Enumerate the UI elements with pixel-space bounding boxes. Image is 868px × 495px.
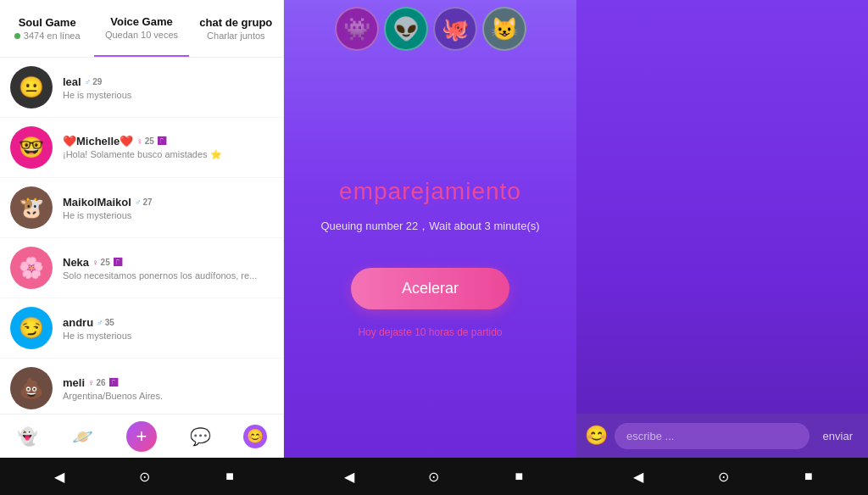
- user-info: MaikolMaikol ♂27 He is mysterious: [63, 196, 273, 220]
- user-name-row: MaikolMaikol ♂27: [63, 196, 273, 209]
- avatar: 🤓: [10, 126, 53, 169]
- user-name-row: leal ♂29: [63, 75, 273, 88]
- user-status: ¡Hola! Solamente busco amistades ⭐: [63, 149, 273, 160]
- user-info: leal ♂29 He is mysterious: [63, 75, 273, 100]
- user-status: Solo necesitamos ponernos los audífonos,…: [63, 270, 273, 281]
- send-button[interactable]: enviar: [816, 426, 860, 446]
- home-button-left[interactable]: ⊙: [136, 467, 154, 486]
- chat-input-bar: 😊 enviar: [576, 414, 868, 458]
- acelerar-button[interactable]: Acelerar: [351, 268, 509, 309]
- tab-voice-title: Voice Game: [110, 15, 172, 28]
- premium-badge: 🅿: [109, 378, 118, 387]
- avatar: 💩: [10, 367, 53, 409]
- chat-input[interactable]: [615, 423, 810, 449]
- user-gender-badge: ♀25: [92, 258, 110, 267]
- avatar: 🌸: [10, 247, 53, 289]
- nav-avatar-icon[interactable]: 😊: [243, 425, 267, 448]
- online-dot: [14, 33, 20, 39]
- user-item[interactable]: 💩 meli ♀26 🅿 Argentina/Buenos Aires.: [0, 359, 283, 414]
- recent-button-right[interactable]: ■: [799, 467, 818, 486]
- user-info: andru ♂35 He is mysterious: [63, 316, 273, 341]
- user-name: ❤️Michelle❤️: [63, 135, 133, 147]
- recent-button-left[interactable]: ■: [220, 467, 239, 486]
- tab-soul[interactable]: Soul Game 3474 en línea: [0, 0, 94, 57]
- user-info: meli ♀26 🅿 Argentina/Buenos Aires.: [63, 376, 273, 401]
- emoji-button[interactable]: 😊: [585, 425, 608, 447]
- nav-ghost-icon[interactable]: 👻: [16, 425, 40, 448]
- user-status: He is mysterious: [63, 331, 273, 341]
- middle-panel: 👾👽🐙😺 emparejamiento Queuing number 22，Wa…: [284, 0, 576, 458]
- user-name: andru: [63, 316, 93, 329]
- top-avatars-row: 👾👽🐙😺: [284, 0, 576, 58]
- chat-area: [576, 0, 868, 414]
- user-item[interactable]: 🤓 ❤️Michelle❤️ ♀25 🅿 ¡Hola! Solamente bu…: [0, 118, 283, 178]
- matching-section: emparejamiento Queuing number 22，Wait ab…: [303, 58, 556, 458]
- avatar: 🐮: [10, 186, 53, 229]
- user-gender-badge: ♂27: [135, 197, 153, 207]
- user-name: meli: [63, 376, 85, 389]
- user-status: He is mysterious: [63, 210, 273, 220]
- user-name-row: ❤️Michelle❤️ ♀25 🅿: [63, 135, 273, 147]
- user-name: MaikolMaikol: [63, 196, 131, 209]
- back-button-mid[interactable]: ◀: [340, 467, 359, 486]
- nav-add-button[interactable]: +: [126, 421, 157, 452]
- back-button-left[interactable]: ◀: [50, 467, 69, 486]
- user-gender-badge: ♀26: [88, 378, 106, 387]
- tab-chat-title: chat de grupo: [199, 16, 272, 29]
- home-button-right[interactable]: ⊙: [714, 467, 732, 486]
- premium-badge: 🅿: [158, 136, 166, 146]
- tab-soul-online: 3474 en línea: [14, 31, 81, 41]
- user-status: He is mysterious: [63, 90, 273, 100]
- user-item[interactable]: 😐 leal ♂29 He is mysterious: [0, 58, 283, 118]
- back-button-right[interactable]: ◀: [629, 467, 648, 486]
- tab-chat[interactable]: chat de grupo Charlar juntos: [189, 0, 283, 57]
- user-gender-badge: ♂35: [97, 318, 114, 327]
- user-status: Argentina/Buenos Aires.: [63, 391, 273, 401]
- user-name-row: andru ♂35: [63, 316, 273, 329]
- sys-nav-right: ◀ ⊙ ■: [579, 458, 868, 495]
- bottom-nav-left: 👻 🪐 + 💬 😊: [0, 414, 283, 458]
- user-name-row: meli ♀26 🅿: [63, 376, 273, 389]
- top-avatar[interactable]: 👽: [384, 7, 428, 51]
- user-gender-badge: ♀25: [136, 136, 154, 146]
- user-info: ❤️Michelle❤️ ♀25 🅿 ¡Hola! Solamente busc…: [63, 135, 273, 160]
- tab-chat-sub: Charlar juntos: [207, 31, 264, 41]
- nav-planet-icon[interactable]: 🪐: [71, 425, 95, 448]
- tab-voice-sub: Quedan 10 veces: [105, 30, 178, 40]
- tab-voice[interactable]: Voice Game Quedan 10 veces: [94, 0, 188, 57]
- tabs-header: Soul Game 3474 en línea Voice Game Queda…: [0, 0, 283, 58]
- sys-nav-middle: ◀ ⊙ ■: [289, 458, 578, 495]
- user-item[interactable]: 😏 andru ♂35 He is mysterious: [0, 298, 283, 359]
- matching-note: Hoy dejaste 10 horas de partido: [358, 326, 502, 338]
- user-name: Neka: [63, 256, 89, 269]
- right-panel: 😊 enviar: [576, 0, 868, 458]
- sys-nav-left: ◀ ⊙ ■: [0, 458, 289, 495]
- top-avatar[interactable]: 🐙: [433, 7, 477, 51]
- home-button-mid[interactable]: ⊙: [425, 467, 443, 486]
- matching-title: emparejamiento: [339, 178, 521, 205]
- avatar: 😏: [10, 307, 53, 349]
- matching-status: Queuing number 22，Wait about 3 minute(s): [320, 219, 539, 234]
- user-item[interactable]: 🌸 Neka ♀25 🅿 Solo necesitamos ponernos l…: [0, 238, 283, 298]
- recent-button-mid[interactable]: ■: [509, 467, 528, 486]
- premium-badge: 🅿: [114, 258, 122, 267]
- user-list: 😐 leal ♂29 He is mysterious 🤓 ❤️Michelle…: [0, 58, 283, 414]
- user-name: leal: [63, 75, 81, 88]
- user-info: Neka ♀25 🅿 Solo necesitamos ponernos los…: [63, 256, 273, 281]
- tab-soul-title: Soul Game: [19, 16, 76, 29]
- user-gender-badge: ♂29: [85, 77, 103, 86]
- top-avatar[interactable]: 😺: [482, 7, 526, 51]
- user-item[interactable]: 🐮 MaikolMaikol ♂27 He is mysterious: [0, 178, 283, 238]
- avatar: 😐: [10, 66, 53, 108]
- system-nav-bar: ◀ ⊙ ■ ◀ ⊙ ■ ◀ ⊙ ■: [0, 458, 868, 495]
- user-name-row: Neka ♀25 🅿: [63, 256, 273, 269]
- left-panel: Soul Game 3474 en línea Voice Game Queda…: [0, 0, 284, 458]
- top-avatar[interactable]: 👾: [335, 7, 379, 51]
- nav-chat-icon[interactable]: 💬: [188, 425, 212, 448]
